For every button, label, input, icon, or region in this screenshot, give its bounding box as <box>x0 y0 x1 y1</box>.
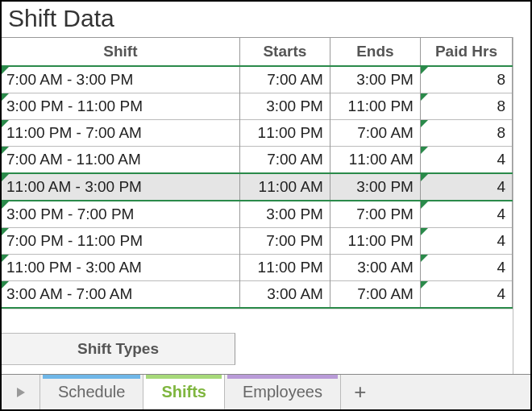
cell-starts[interactable]: 3:00 AM <box>239 281 330 309</box>
shift-table: Shift Starts Ends Paid Hrs 7:00 AM - 3:0… <box>2 37 513 309</box>
tab-shifts[interactable]: Shifts <box>143 375 225 409</box>
cell-shift[interactable]: 3:00 AM - 7:00 AM <box>2 281 239 309</box>
header-row: Shift Starts Ends Paid Hrs <box>2 38 513 67</box>
tab-nav-button[interactable] <box>2 375 40 409</box>
cell-shift[interactable]: 7:00 AM - 11:00 AM <box>2 147 239 174</box>
tab-employees[interactable]: Employees <box>225 375 341 409</box>
cell-paid[interactable]: 8 <box>420 93 512 120</box>
table-row[interactable]: 7:00 AM - 3:00 PM7:00 AM3:00 PM8 <box>2 66 513 93</box>
cell-starts[interactable]: 7:00 AM <box>239 147 330 174</box>
play-icon <box>15 386 27 399</box>
table-row[interactable]: 7:00 AM - 11:00 AM7:00 AM11:00 AM4 <box>2 147 513 174</box>
cell-ends[interactable]: 11:00 PM <box>330 93 420 120</box>
cell-starts[interactable]: 7:00 PM <box>239 228 330 255</box>
tab-label: Shifts <box>161 383 206 401</box>
page-title: Shift Data <box>2 2 530 37</box>
cell-starts[interactable]: 11:00 PM <box>239 120 330 147</box>
cell-shift[interactable]: 7:00 AM - 3:00 PM <box>2 66 239 93</box>
cell-starts[interactable]: 3:00 PM <box>239 93 330 120</box>
table-row[interactable]: 7:00 PM - 11:00 PM7:00 PM11:00 PM4 <box>2 228 513 255</box>
tab-color-stripe <box>146 375 222 379</box>
col-paid[interactable]: Paid Hrs <box>420 38 512 67</box>
cell-ends[interactable]: 7:00 PM <box>330 201 420 228</box>
sheet[interactable]: Shift Starts Ends Paid Hrs 7:00 AM - 3:0… <box>2 37 513 374</box>
col-shift[interactable]: Shift <box>2 38 239 67</box>
sheet-area: Shift Starts Ends Paid Hrs 7:00 AM - 3:0… <box>2 37 530 374</box>
tab-label: Employees <box>243 383 322 401</box>
cell-paid[interactable]: 4 <box>420 173 512 201</box>
cell-shift[interactable]: 7:00 PM - 11:00 PM <box>2 228 239 255</box>
table-row[interactable]: 11:00 AM - 3:00 PM11:00 AM3:00 PM4 <box>2 173 513 201</box>
tab-schedule[interactable]: Schedule <box>40 375 143 409</box>
cell-paid[interactable]: 4 <box>420 147 512 174</box>
tab-color-stripe <box>227 375 338 379</box>
cell-shift[interactable]: 11:00 PM - 3:00 AM <box>2 255 239 281</box>
cell-ends[interactable]: 11:00 AM <box>330 147 420 174</box>
empty-row[interactable] <box>2 309 513 333</box>
add-sheet-button[interactable]: + <box>341 375 380 409</box>
cell-shift[interactable]: 3:00 PM - 7:00 PM <box>2 201 239 228</box>
cell-starts[interactable]: 11:00 AM <box>239 173 330 201</box>
cell-ends[interactable]: 3:00 PM <box>330 173 420 201</box>
table-row[interactable]: 11:00 PM - 3:00 AM11:00 PM3:00 AM4 <box>2 255 513 281</box>
tab-label: Schedule <box>58 383 125 401</box>
cell-paid[interactable]: 4 <box>420 255 512 281</box>
cell-paid[interactable]: 4 <box>420 201 512 228</box>
cell-paid[interactable]: 4 <box>420 281 512 309</box>
table-row[interactable]: 3:00 AM - 7:00 AM3:00 AM7:00 AM4 <box>2 281 513 309</box>
cell-ends[interactable]: 3:00 PM <box>330 66 420 93</box>
table-row[interactable]: 11:00 PM - 7:00 AM11:00 PM7:00 AM8 <box>2 120 513 147</box>
shift-types-header[interactable]: Shift Types <box>2 333 235 365</box>
cell-ends[interactable]: 3:00 AM <box>330 255 420 281</box>
cell-shift[interactable]: 11:00 PM - 7:00 AM <box>2 120 239 147</box>
cell-paid[interactable]: 4 <box>420 228 512 255</box>
cell-starts[interactable]: 3:00 PM <box>239 201 330 228</box>
col-starts[interactable]: Starts <box>239 38 330 67</box>
plus-icon: + <box>354 380 366 405</box>
cell-ends[interactable]: 7:00 AM <box>330 281 420 309</box>
col-ends[interactable]: Ends <box>330 38 420 67</box>
svg-marker-0 <box>17 388 25 397</box>
cell-paid[interactable]: 8 <box>420 66 512 93</box>
cell-starts[interactable]: 7:00 AM <box>239 66 330 93</box>
vertical-scrollbar[interactable] <box>513 37 530 374</box>
table-row[interactable]: 3:00 PM - 7:00 PM3:00 PM7:00 PM4 <box>2 201 513 228</box>
cell-starts[interactable]: 11:00 PM <box>239 255 330 281</box>
cell-shift[interactable]: 11:00 AM - 3:00 PM <box>2 173 239 201</box>
cell-shift[interactable]: 3:00 PM - 11:00 PM <box>2 93 239 120</box>
cell-paid[interactable]: 8 <box>420 120 512 147</box>
cell-ends[interactable]: 7:00 AM <box>330 120 420 147</box>
spreadsheet-window: Shift Data Shift Starts Ends Paid Hrs 7:… <box>0 0 532 411</box>
tab-color-stripe <box>43 375 140 379</box>
cell-ends[interactable]: 11:00 PM <box>330 228 420 255</box>
table-row[interactable]: 3:00 PM - 11:00 PM3:00 PM11:00 PM8 <box>2 93 513 120</box>
sheet-tab-bar: Schedule Shifts Employees + <box>2 374 530 409</box>
